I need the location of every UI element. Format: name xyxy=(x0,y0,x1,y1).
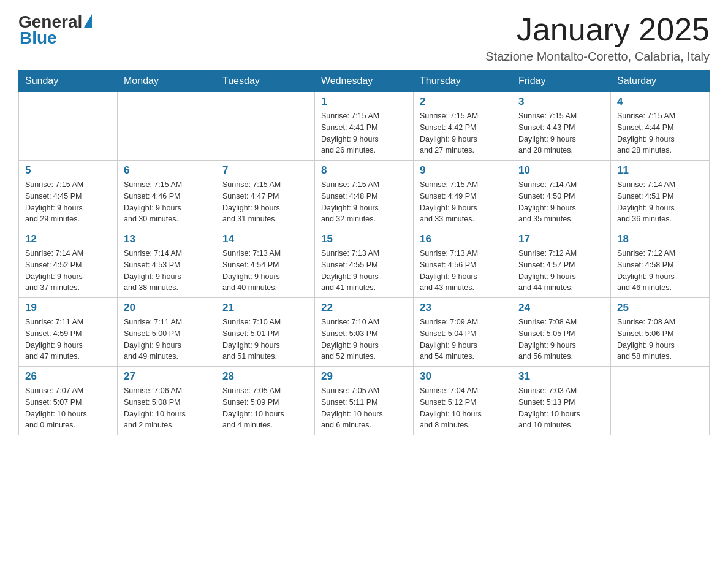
calendar-cell: 18Sunrise: 7:12 AMSunset: 4:58 PMDayligh… xyxy=(611,229,710,298)
weekday-header-monday: Monday xyxy=(118,71,216,92)
calendar-cell xyxy=(216,92,315,161)
calendar-cell: 9Sunrise: 7:15 AMSunset: 4:49 PMDaylight… xyxy=(414,161,512,229)
calendar-cell: 31Sunrise: 7:03 AMSunset: 5:13 PMDayligh… xyxy=(512,367,611,435)
weekday-header-thursday: Thursday xyxy=(414,71,512,92)
day-info: Sunrise: 7:15 AMSunset: 4:46 PMDaylight:… xyxy=(124,179,210,225)
logo-blue-text: Blue xyxy=(20,28,57,48)
calendar-cell: 17Sunrise: 7:12 AMSunset: 4:57 PMDayligh… xyxy=(512,229,611,298)
calendar-cell: 15Sunrise: 7:13 AMSunset: 4:55 PMDayligh… xyxy=(315,229,414,298)
day-info: Sunrise: 7:12 AMSunset: 4:57 PMDaylight:… xyxy=(518,248,604,294)
logo: General Blue xyxy=(18,12,92,48)
day-info: Sunrise: 7:15 AMSunset: 4:41 PMDaylight:… xyxy=(321,110,407,156)
calendar-cell: 8Sunrise: 7:15 AMSunset: 4:48 PMDaylight… xyxy=(315,161,414,229)
calendar-cell: 25Sunrise: 7:08 AMSunset: 5:06 PMDayligh… xyxy=(611,298,710,367)
calendar-cell: 19Sunrise: 7:11 AMSunset: 4:59 PMDayligh… xyxy=(19,298,118,367)
week-row-3: 12Sunrise: 7:14 AMSunset: 4:52 PMDayligh… xyxy=(19,229,710,298)
calendar-cell: 2Sunrise: 7:15 AMSunset: 4:42 PMDaylight… xyxy=(414,92,512,161)
day-info: Sunrise: 7:08 AMSunset: 5:05 PMDaylight:… xyxy=(518,316,604,362)
calendar-cell: 29Sunrise: 7:05 AMSunset: 5:11 PMDayligh… xyxy=(315,367,414,435)
day-info: Sunrise: 7:13 AMSunset: 4:54 PMDaylight:… xyxy=(222,248,308,294)
header: General Blue January 2025 Stazione Monta… xyxy=(18,12,710,64)
day-info: Sunrise: 7:13 AMSunset: 4:56 PMDaylight:… xyxy=(420,248,506,294)
calendar-cell xyxy=(118,92,216,161)
week-row-1: 1Sunrise: 7:15 AMSunset: 4:41 PMDaylight… xyxy=(19,92,710,161)
day-number: 7 xyxy=(222,164,308,177)
day-number: 5 xyxy=(25,164,111,177)
day-number: 10 xyxy=(518,164,604,177)
day-info: Sunrise: 7:14 AMSunset: 4:52 PMDaylight:… xyxy=(25,248,111,294)
day-info: Sunrise: 7:15 AMSunset: 4:47 PMDaylight:… xyxy=(222,179,308,225)
calendar-cell: 20Sunrise: 7:11 AMSunset: 5:00 PMDayligh… xyxy=(118,298,216,367)
day-info: Sunrise: 7:09 AMSunset: 5:04 PMDaylight:… xyxy=(420,316,506,362)
logo-triangle-icon xyxy=(84,14,92,28)
title-area: January 2025 Stazione Montalto-Coretto, … xyxy=(485,12,710,64)
calendar-cell: 16Sunrise: 7:13 AMSunset: 4:56 PMDayligh… xyxy=(414,229,512,298)
day-number: 11 xyxy=(617,164,703,177)
day-number: 13 xyxy=(124,233,210,245)
calendar-cell: 12Sunrise: 7:14 AMSunset: 4:52 PMDayligh… xyxy=(19,229,118,298)
calendar-cell: 24Sunrise: 7:08 AMSunset: 5:05 PMDayligh… xyxy=(512,298,611,367)
day-number: 28 xyxy=(222,370,308,383)
weekday-header-sunday: Sunday xyxy=(19,71,118,92)
location-subtitle: Stazione Montalto-Coretto, Calabria, Ita… xyxy=(485,50,710,64)
day-info: Sunrise: 7:14 AMSunset: 4:51 PMDaylight:… xyxy=(617,179,703,225)
day-number: 3 xyxy=(518,96,604,108)
calendar-cell: 10Sunrise: 7:14 AMSunset: 4:50 PMDayligh… xyxy=(512,161,611,229)
calendar-table: SundayMondayTuesdayWednesdayThursdayFrid… xyxy=(18,70,710,435)
day-info: Sunrise: 7:15 AMSunset: 4:49 PMDaylight:… xyxy=(420,179,506,225)
day-number: 19 xyxy=(25,302,111,314)
day-number: 14 xyxy=(222,233,308,245)
calendar-cell: 5Sunrise: 7:15 AMSunset: 4:45 PMDaylight… xyxy=(19,161,118,229)
month-title: January 2025 xyxy=(485,12,710,47)
day-number: 4 xyxy=(617,96,703,108)
day-info: Sunrise: 7:12 AMSunset: 4:58 PMDaylight:… xyxy=(617,248,703,294)
day-number: 17 xyxy=(518,233,604,245)
day-info: Sunrise: 7:04 AMSunset: 5:12 PMDaylight:… xyxy=(420,385,506,431)
calendar-cell: 27Sunrise: 7:06 AMSunset: 5:08 PMDayligh… xyxy=(118,367,216,435)
day-number: 20 xyxy=(124,302,210,314)
day-info: Sunrise: 7:14 AMSunset: 4:53 PMDaylight:… xyxy=(124,248,210,294)
calendar-cell: 7Sunrise: 7:15 AMSunset: 4:47 PMDaylight… xyxy=(216,161,315,229)
day-info: Sunrise: 7:15 AMSunset: 4:44 PMDaylight:… xyxy=(617,110,703,156)
day-info: Sunrise: 7:15 AMSunset: 4:43 PMDaylight:… xyxy=(518,110,604,156)
calendar-cell: 3Sunrise: 7:15 AMSunset: 4:43 PMDaylight… xyxy=(512,92,611,161)
weekday-header-tuesday: Tuesday xyxy=(216,71,315,92)
day-number: 23 xyxy=(420,302,506,314)
calendar-cell: 21Sunrise: 7:10 AMSunset: 5:01 PMDayligh… xyxy=(216,298,315,367)
day-info: Sunrise: 7:05 AMSunset: 5:09 PMDaylight:… xyxy=(222,385,308,431)
calendar-cell: 22Sunrise: 7:10 AMSunset: 5:03 PMDayligh… xyxy=(315,298,414,367)
day-number: 6 xyxy=(124,164,210,177)
day-number: 21 xyxy=(222,302,308,314)
weekday-header-row: SundayMondayTuesdayWednesdayThursdayFrid… xyxy=(19,71,710,92)
day-info: Sunrise: 7:13 AMSunset: 4:55 PMDaylight:… xyxy=(321,248,407,294)
day-info: Sunrise: 7:10 AMSunset: 5:03 PMDaylight:… xyxy=(321,316,407,362)
week-row-2: 5Sunrise: 7:15 AMSunset: 4:45 PMDaylight… xyxy=(19,161,710,229)
day-info: Sunrise: 7:10 AMSunset: 5:01 PMDaylight:… xyxy=(222,316,308,362)
calendar-cell: 1Sunrise: 7:15 AMSunset: 4:41 PMDaylight… xyxy=(315,92,414,161)
calendar-cell: 14Sunrise: 7:13 AMSunset: 4:54 PMDayligh… xyxy=(216,229,315,298)
calendar-cell: 6Sunrise: 7:15 AMSunset: 4:46 PMDaylight… xyxy=(118,161,216,229)
day-info: Sunrise: 7:07 AMSunset: 5:07 PMDaylight:… xyxy=(25,385,111,431)
day-number: 12 xyxy=(25,233,111,245)
weekday-header-saturday: Saturday xyxy=(611,71,710,92)
day-number: 2 xyxy=(420,96,506,108)
weekday-header-wednesday: Wednesday xyxy=(315,71,414,92)
day-info: Sunrise: 7:15 AMSunset: 4:42 PMDaylight:… xyxy=(420,110,506,156)
calendar-cell: 23Sunrise: 7:09 AMSunset: 5:04 PMDayligh… xyxy=(414,298,512,367)
day-info: Sunrise: 7:15 AMSunset: 4:48 PMDaylight:… xyxy=(321,179,407,225)
day-info: Sunrise: 7:11 AMSunset: 5:00 PMDaylight:… xyxy=(124,316,210,362)
weekday-header-friday: Friday xyxy=(512,71,611,92)
week-row-4: 19Sunrise: 7:11 AMSunset: 4:59 PMDayligh… xyxy=(19,298,710,367)
day-info: Sunrise: 7:15 AMSunset: 4:45 PMDaylight:… xyxy=(25,179,111,225)
calendar-cell: 26Sunrise: 7:07 AMSunset: 5:07 PMDayligh… xyxy=(19,367,118,435)
day-number: 9 xyxy=(420,164,506,177)
day-info: Sunrise: 7:03 AMSunset: 5:13 PMDaylight:… xyxy=(518,385,604,431)
day-number: 15 xyxy=(321,233,407,245)
day-info: Sunrise: 7:05 AMSunset: 5:11 PMDaylight:… xyxy=(321,385,407,431)
day-number: 26 xyxy=(25,370,111,383)
week-row-5: 26Sunrise: 7:07 AMSunset: 5:07 PMDayligh… xyxy=(19,367,710,435)
calendar-cell: 11Sunrise: 7:14 AMSunset: 4:51 PMDayligh… xyxy=(611,161,710,229)
day-number: 1 xyxy=(321,96,407,108)
day-number: 8 xyxy=(321,164,407,177)
calendar-cell: 28Sunrise: 7:05 AMSunset: 5:09 PMDayligh… xyxy=(216,367,315,435)
